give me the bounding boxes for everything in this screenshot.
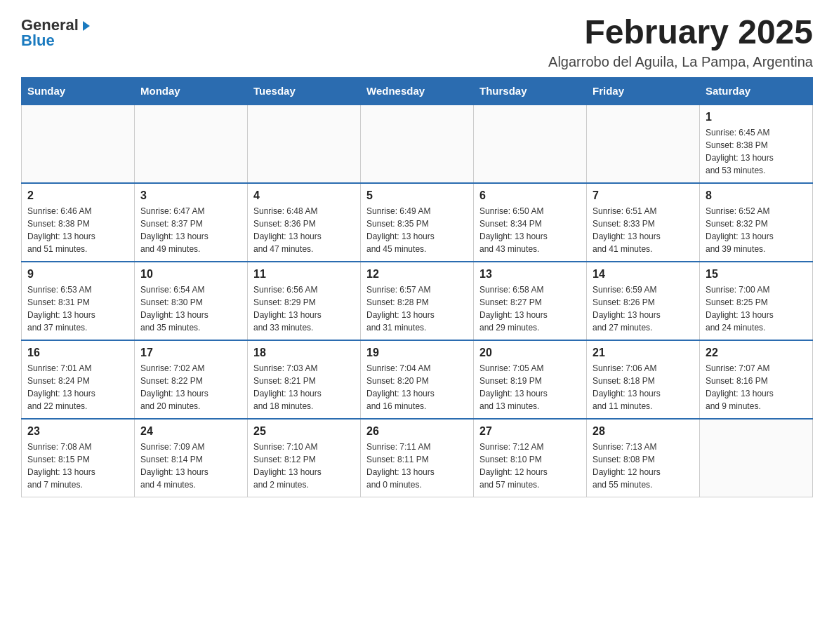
table-row: 1Sunrise: 6:45 AM Sunset: 8:38 PM Daylig… — [700, 105, 813, 183]
table-row: 18Sunrise: 7:03 AM Sunset: 8:21 PM Dayli… — [248, 340, 361, 419]
day-info: Sunrise: 6:51 AM Sunset: 8:33 PM Dayligh… — [593, 205, 694, 255]
table-row: 3Sunrise: 6:47 AM Sunset: 8:37 PM Daylig… — [135, 183, 248, 262]
calendar-week-row: 16Sunrise: 7:01 AM Sunset: 8:24 PM Dayli… — [22, 340, 813, 419]
day-number: 26 — [366, 425, 468, 438]
day-number: 1 — [706, 111, 807, 123]
day-info: Sunrise: 7:06 AM Sunset: 8:18 PM Dayligh… — [593, 362, 694, 412]
day-info: Sunrise: 7:11 AM Sunset: 8:11 PM Dayligh… — [366, 441, 468, 491]
header-thursday: Thursday — [474, 77, 587, 105]
day-info: Sunrise: 7:08 AM Sunset: 8:15 PM Dayligh… — [27, 441, 128, 491]
svg-marker-0 — [83, 21, 90, 31]
header-wednesday: Wednesday — [361, 77, 474, 105]
day-number: 28 — [593, 425, 694, 438]
day-number: 9 — [27, 268, 128, 281]
table-row: 26Sunrise: 7:11 AM Sunset: 8:11 PM Dayli… — [361, 419, 474, 497]
day-info: Sunrise: 6:53 AM Sunset: 8:31 PM Dayligh… — [27, 283, 128, 334]
logo-general-text: General — [21, 18, 79, 33]
header-friday: Friday — [587, 77, 700, 105]
day-info: Sunrise: 6:52 AM Sunset: 8:32 PM Dayligh… — [706, 205, 807, 255]
header-saturday: Saturday — [700, 77, 813, 105]
day-number: 22 — [706, 347, 807, 359]
day-number: 20 — [479, 347, 581, 359]
calendar-week-row: 9Sunrise: 6:53 AM Sunset: 8:31 PM Daylig… — [22, 262, 813, 340]
calendar-table: Sunday Monday Tuesday Wednesday Thursday… — [21, 77, 813, 497]
day-number: 16 — [27, 347, 128, 359]
day-info: Sunrise: 7:02 AM Sunset: 8:22 PM Dayligh… — [140, 362, 241, 412]
day-number: 11 — [253, 268, 355, 281]
weekday-header-row: Sunday Monday Tuesday Wednesday Thursday… — [22, 77, 813, 105]
day-number: 25 — [253, 425, 355, 438]
day-number: 17 — [140, 347, 241, 359]
calendar-week-row: 2Sunrise: 6:46 AM Sunset: 8:38 PM Daylig… — [22, 183, 813, 262]
table-row — [700, 419, 813, 497]
table-row: 20Sunrise: 7:05 AM Sunset: 8:19 PM Dayli… — [474, 340, 587, 419]
day-info: Sunrise: 6:46 AM Sunset: 8:38 PM Dayligh… — [27, 205, 128, 255]
table-row: 6Sunrise: 6:50 AM Sunset: 8:34 PM Daylig… — [474, 183, 587, 262]
table-row: 23Sunrise: 7:08 AM Sunset: 8:15 PM Dayli… — [22, 419, 135, 497]
table-row — [587, 105, 700, 183]
day-info: Sunrise: 6:48 AM Sunset: 8:36 PM Dayligh… — [253, 205, 355, 255]
table-row: 13Sunrise: 6:58 AM Sunset: 8:27 PM Dayli… — [474, 262, 587, 340]
table-row: 21Sunrise: 7:06 AM Sunset: 8:18 PM Dayli… — [587, 340, 700, 419]
table-row — [135, 105, 248, 183]
day-number: 21 — [593, 347, 694, 359]
table-row: 27Sunrise: 7:12 AM Sunset: 8:10 PM Dayli… — [474, 419, 587, 497]
table-row: 24Sunrise: 7:09 AM Sunset: 8:14 PM Dayli… — [135, 419, 248, 497]
header-sunday: Sunday — [22, 77, 135, 105]
header-monday: Monday — [135, 77, 248, 105]
day-info: Sunrise: 7:03 AM Sunset: 8:21 PM Dayligh… — [253, 362, 355, 412]
day-number: 12 — [366, 268, 468, 281]
day-info: Sunrise: 6:49 AM Sunset: 8:35 PM Dayligh… — [366, 205, 468, 255]
day-info: Sunrise: 6:47 AM Sunset: 8:37 PM Dayligh… — [140, 205, 241, 255]
table-row — [248, 105, 361, 183]
page-header: General Blue February 2025 Algarrobo del… — [21, 14, 813, 70]
table-row: 7Sunrise: 6:51 AM Sunset: 8:33 PM Daylig… — [587, 183, 700, 262]
logo-arrow-icon — [80, 20, 93, 32]
day-info: Sunrise: 7:04 AM Sunset: 8:20 PM Dayligh… — [366, 362, 468, 412]
table-row: 8Sunrise: 6:52 AM Sunset: 8:32 PM Daylig… — [700, 183, 813, 262]
day-number: 3 — [140, 189, 241, 202]
day-info: Sunrise: 7:10 AM Sunset: 8:12 PM Dayligh… — [253, 441, 355, 491]
day-number: 5 — [366, 189, 468, 202]
day-info: Sunrise: 7:01 AM Sunset: 8:24 PM Dayligh… — [27, 362, 128, 412]
table-row: 19Sunrise: 7:04 AM Sunset: 8:20 PM Dayli… — [361, 340, 474, 419]
day-info: Sunrise: 6:54 AM Sunset: 8:30 PM Dayligh… — [140, 283, 241, 334]
table-row: 9Sunrise: 6:53 AM Sunset: 8:31 PM Daylig… — [22, 262, 135, 340]
day-number: 13 — [479, 268, 581, 281]
day-info: Sunrise: 7:05 AM Sunset: 8:19 PM Dayligh… — [479, 362, 581, 412]
day-info: Sunrise: 6:45 AM Sunset: 8:38 PM Dayligh… — [706, 126, 807, 177]
day-info: Sunrise: 7:09 AM Sunset: 8:14 PM Dayligh… — [140, 441, 241, 491]
day-info: Sunrise: 6:59 AM Sunset: 8:26 PM Dayligh… — [593, 283, 694, 334]
table-row: 12Sunrise: 6:57 AM Sunset: 8:28 PM Dayli… — [361, 262, 474, 340]
day-number: 27 — [479, 425, 581, 438]
day-info: Sunrise: 6:58 AM Sunset: 8:27 PM Dayligh… — [479, 283, 581, 334]
table-row: 25Sunrise: 7:10 AM Sunset: 8:12 PM Dayli… — [248, 419, 361, 497]
logo-blue-text: Blue — [21, 33, 55, 48]
day-number: 14 — [593, 268, 694, 281]
title-section: February 2025 Algarrobo del Aguila, La P… — [548, 14, 813, 70]
day-info: Sunrise: 7:12 AM Sunset: 8:10 PM Dayligh… — [479, 441, 581, 491]
day-info: Sunrise: 7:07 AM Sunset: 8:16 PM Dayligh… — [706, 362, 807, 412]
day-number: 23 — [27, 425, 128, 438]
day-number: 2 — [27, 189, 128, 202]
day-number: 8 — [706, 189, 807, 202]
day-info: Sunrise: 7:13 AM Sunset: 8:08 PM Dayligh… — [593, 441, 694, 491]
table-row — [22, 105, 135, 183]
day-info: Sunrise: 7:00 AM Sunset: 8:25 PM Dayligh… — [706, 283, 807, 334]
table-row: 10Sunrise: 6:54 AM Sunset: 8:30 PM Dayli… — [135, 262, 248, 340]
table-row — [361, 105, 474, 183]
table-row: 4Sunrise: 6:48 AM Sunset: 8:36 PM Daylig… — [248, 183, 361, 262]
day-info: Sunrise: 6:57 AM Sunset: 8:28 PM Dayligh… — [366, 283, 468, 334]
table-row: 16Sunrise: 7:01 AM Sunset: 8:24 PM Dayli… — [22, 340, 135, 419]
table-row: 22Sunrise: 7:07 AM Sunset: 8:16 PM Dayli… — [700, 340, 813, 419]
table-row: 14Sunrise: 6:59 AM Sunset: 8:26 PM Dayli… — [587, 262, 700, 340]
table-row: 2Sunrise: 6:46 AM Sunset: 8:38 PM Daylig… — [22, 183, 135, 262]
table-row: 17Sunrise: 7:02 AM Sunset: 8:22 PM Dayli… — [135, 340, 248, 419]
location: Algarrobo del Aguila, La Pampa, Argentin… — [548, 54, 813, 70]
logo: General Blue — [21, 14, 93, 48]
day-number: 10 — [140, 268, 241, 281]
table-row: 28Sunrise: 7:13 AM Sunset: 8:08 PM Dayli… — [587, 419, 700, 497]
day-number: 19 — [366, 347, 468, 359]
header-tuesday: Tuesday — [248, 77, 361, 105]
calendar-week-row: 1Sunrise: 6:45 AM Sunset: 8:38 PM Daylig… — [22, 105, 813, 183]
